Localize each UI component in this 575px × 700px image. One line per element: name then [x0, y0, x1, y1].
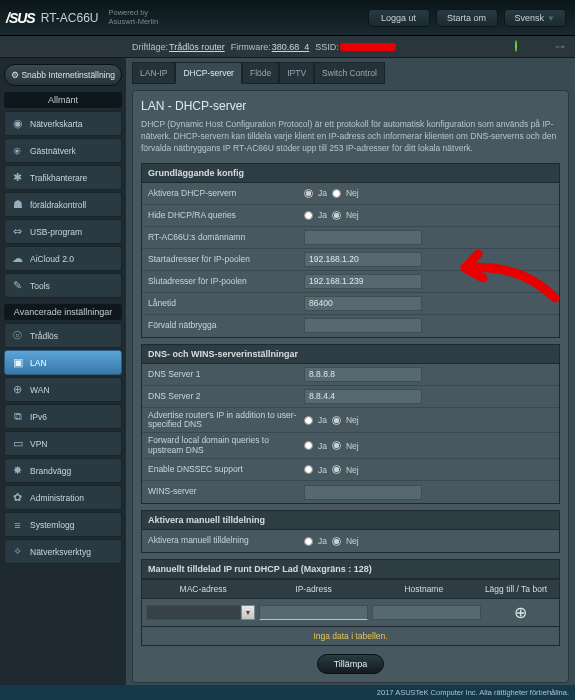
label-enable-dhcp: Aktivera DHCP-servern	[148, 189, 304, 198]
sidebar-item-ipv6[interactable]: ⧉IPv6	[4, 404, 122, 429]
radio-manual-yes[interactable]	[304, 537, 313, 546]
firmware-value[interactable]: 380.68_4	[272, 42, 310, 52]
sidebar-item-label: föräldrakontroll	[30, 200, 86, 210]
radio-manual-no[interactable]	[332, 537, 341, 546]
page-description: DHCP (Dynamic Host Configuration Protoco…	[141, 119, 560, 155]
logout-button[interactable]: Logga ut	[368, 9, 430, 27]
manual-list-header: Manuellt tilldelad IP runt DHCP Lad (Max…	[141, 559, 560, 579]
menu-icon: ✱	[10, 170, 25, 185]
tab-dhcp-server[interactable]: DHCP-server	[175, 62, 242, 84]
page-title: LAN - DHCP-server	[141, 99, 560, 113]
sidebar-item-wan[interactable]: ⊕WAN	[4, 377, 122, 402]
label-advertise: Advertise router's IP in addition to use…	[148, 411, 304, 430]
radio-dnssec-no[interactable]	[332, 465, 341, 474]
brand-logo: /SUS	[6, 10, 35, 26]
add-button[interactable]: ⊕	[485, 603, 555, 622]
sidebar-section-advanced: Avancerade inställningar	[4, 304, 122, 320]
basic-config-body: Aktivera DHCP-servern JaNej Hide DHCP/RA…	[141, 183, 560, 338]
input-hostname[interactable]	[372, 605, 481, 620]
tab-fl-de[interactable]: Flöde	[242, 62, 279, 84]
sidebar-item-tr-dl-s[interactable]: ⦾Trådlös	[4, 323, 122, 348]
radio-hide-dhcp-no[interactable]	[332, 211, 341, 220]
sidebar-item-usb-program[interactable]: ⇔USB-program	[4, 219, 122, 244]
globe-icon[interactable]	[515, 41, 527, 53]
model-name: RT-AC66U	[41, 11, 99, 25]
menu-icon: ☁	[10, 251, 25, 266]
label-wins: WINS-server	[148, 487, 304, 496]
menu-icon: ⧉	[10, 409, 25, 424]
sidebar-item-tools[interactable]: ✎Tools	[4, 273, 122, 298]
sidebar-item-f-r-ldrakontroll[interactable]: ☗föräldrakontroll	[4, 192, 122, 217]
radio-enable-dhcp-yes[interactable]	[304, 189, 313, 198]
input-dns1[interactable]	[304, 367, 422, 382]
label-gateway: Förvald nätbrygga	[148, 321, 304, 330]
input-lease[interactable]	[304, 296, 422, 311]
input-ip[interactable]	[259, 605, 368, 620]
radio-advertise-yes[interactable]	[304, 416, 313, 425]
firmware-label: Firmware:	[231, 42, 271, 52]
radio-advertise-no[interactable]	[332, 416, 341, 425]
mode-value[interactable]: Trådlös router	[169, 42, 225, 52]
sidebar-item-label: WAN	[30, 385, 50, 395]
input-dns2[interactable]	[304, 389, 422, 404]
sidebar-item-systemlogg[interactable]: ≡Systemlogg	[4, 512, 122, 537]
menu-icon: ✧	[10, 544, 25, 559]
sidebar-item-label: AiCloud 2.0	[30, 254, 74, 264]
radio-enable-dhcp-no[interactable]	[332, 189, 341, 198]
apply-button[interactable]: Tillämpa	[317, 654, 385, 674]
sidebar-item-vpn[interactable]: ▭VPN	[4, 431, 122, 456]
sidebar-item-brandv-gg[interactable]: ✸Brandvägg	[4, 458, 122, 483]
tab-bar: LAN-IPDHCP-serverFlödeIPTVSwitch Control	[132, 58, 569, 88]
menu-icon: ≡	[10, 517, 25, 532]
sidebar-item-label: IPv6	[30, 412, 47, 422]
powered-by: Powered by Asuswrt-Merlin	[108, 9, 158, 26]
user-icon[interactable]	[535, 41, 547, 53]
tab-iptv[interactable]: IPTV	[279, 62, 314, 84]
reboot-button[interactable]: Starta om	[436, 9, 498, 27]
menu-icon: ◉	[10, 116, 25, 131]
label-lease: Lånetid	[148, 299, 304, 308]
sidebar-item-administration[interactable]: ✿Administration	[4, 485, 122, 510]
radio-forward-yes[interactable]	[304, 441, 313, 450]
sidebar-item-label: Administration	[30, 493, 84, 503]
quick-setup-button[interactable]: ⚙ Snabb Internetinställning	[4, 64, 122, 86]
input-wins[interactable]	[304, 485, 422, 500]
input-domain[interactable]	[304, 230, 422, 245]
sidebar-item-aicloud-2-0[interactable]: ☁AiCloud 2.0	[4, 246, 122, 271]
sidebar-item-n-tverksverktyg[interactable]: ✧Nätverksverktyg	[4, 539, 122, 564]
language-dropdown[interactable]: Svensk▼	[504, 9, 566, 27]
sidebar: ⚙ Snabb Internetinställning Allmänt ◉Nät…	[0, 58, 126, 700]
radio-hide-dhcp-yes[interactable]	[304, 211, 313, 220]
input-mac[interactable]	[146, 605, 241, 620]
sidebar-item-g-stn-tverk[interactable]: ⛯Gästnätverk	[4, 138, 122, 163]
input-pool-start[interactable]	[304, 252, 422, 267]
sidebar-item-label: VPN	[30, 439, 47, 449]
sidebar-section-general: Allmänt	[4, 92, 122, 108]
manual-enable-body: Aktivera manuell tilldelning JaNej	[141, 530, 560, 553]
menu-icon: ⇔	[10, 224, 25, 239]
menu-icon: ⦾	[10, 328, 25, 343]
sidebar-item-lan[interactable]: ▣LAN	[4, 350, 122, 375]
radio-forward-no[interactable]	[332, 441, 341, 450]
sidebar-item-n-tverkskarta[interactable]: ◉Nätverkskarta	[4, 111, 122, 136]
top-header: /SUS RT-AC66U Powered by Asuswrt-Merlin …	[0, 0, 575, 36]
status-icons: ⊶	[495, 41, 567, 53]
sidebar-item-trafikhanterare[interactable]: ✱Trafikhanterare	[4, 165, 122, 190]
content-area: LAN-IPDHCP-serverFlödeIPTVSwitch Control…	[126, 58, 575, 700]
menu-icon: ✸	[10, 463, 25, 478]
sidebar-item-label: Tools	[30, 281, 50, 291]
menu-icon: ☗	[10, 197, 25, 212]
usb-icon[interactable]: ⊶	[555, 41, 567, 53]
manual-enable-header: Aktivera manuell tilldelning	[141, 510, 560, 530]
tab-lan-ip[interactable]: LAN-IP	[132, 62, 175, 84]
mode-label: Driftläge:	[132, 42, 168, 52]
tab-switch-control[interactable]: Switch Control	[314, 62, 385, 84]
wifi-icon[interactable]	[495, 41, 507, 53]
mac-dropdown-button[interactable]: ▼	[241, 605, 255, 620]
input-pool-end[interactable]	[304, 274, 422, 289]
sidebar-item-label: Nätverksverktyg	[30, 547, 91, 557]
label-dns1: DNS Server 1	[148, 370, 304, 379]
radio-dnssec-yes[interactable]	[304, 465, 313, 474]
menu-icon: ✎	[10, 278, 25, 293]
input-gateway[interactable]	[304, 318, 422, 333]
